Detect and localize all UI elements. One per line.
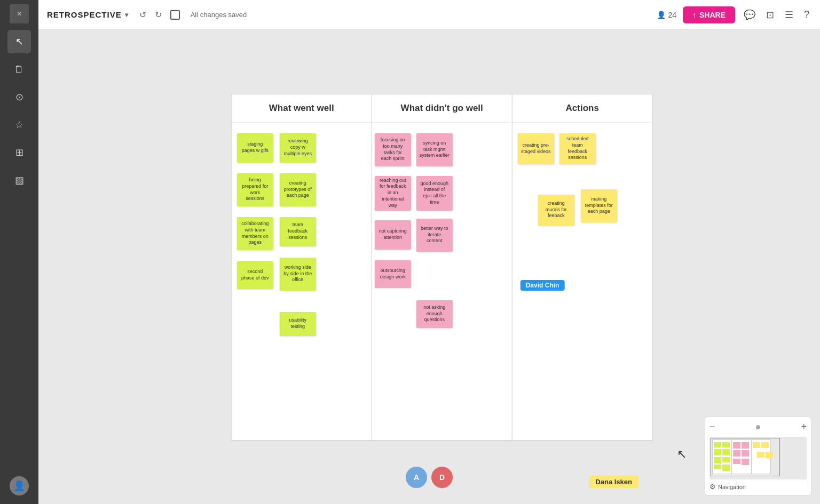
comment-icon: 💬 <box>744 10 755 20</box>
search-icon: ⊙ <box>15 91 23 103</box>
redo-button[interactable]: ↻ <box>153 7 164 22</box>
present-button[interactable]: ⊡ <box>764 7 776 23</box>
column-didnt-body: focusing on too many tasks for each spri… <box>372 123 512 440</box>
column-went-well-header: What went well <box>232 94 372 123</box>
frame-button[interactable] <box>168 8 182 22</box>
star-icon: ☆ <box>15 119 23 131</box>
list-button[interactable]: ☰ <box>783 7 795 23</box>
minimap-viewport <box>711 438 780 476</box>
note-templates[interactable]: making templates for each page <box>581 189 617 222</box>
column-didnt-go-well: What didn't go well focusing on too many… <box>372 94 512 440</box>
undo-button[interactable]: ↺ <box>137 7 148 22</box>
david-chin-cursor: David Chin <box>521 280 565 291</box>
mouse-cursor-area: ↖ <box>677 447 687 461</box>
note-syncing[interactable]: syncing on task mgmt system earlier <box>416 133 453 166</box>
cursor-icon: ↖ <box>15 36 23 47</box>
sidebar-item-grid[interactable]: ⊞ <box>7 141 31 164</box>
image-icon: ▨ <box>15 174 24 186</box>
plus-icon: + <box>801 421 807 432</box>
sticky-icon: 🗒 <box>14 64 24 75</box>
column-went-well-body: staging pages w gifs reviewing copy w mu… <box>232 123 372 440</box>
sidebar-bottom: 👤 <box>10 476 29 500</box>
note-murals[interactable]: creating murals for feeback <box>538 195 574 226</box>
collaborator-bar: A D <box>406 467 453 488</box>
share-icon: ↑ <box>692 11 696 19</box>
users-icon: 👤 <box>657 11 666 19</box>
redo-icon: ↻ <box>155 10 162 20</box>
note-good-enough[interactable]: good enough instead of epic all the time <box>416 176 453 211</box>
main-content: RETROSPECTIVE ▾ ↺ ↻ All changes saved 👤 … <box>38 0 820 504</box>
share-button[interactable]: ↑ SHARE <box>683 6 735 23</box>
note-reviewing[interactable]: reviewing copy w multiple eyes <box>280 133 316 163</box>
column-went-well: What went well staging pages w gifs revi… <box>232 94 372 440</box>
undo-icon: ↺ <box>139 10 146 20</box>
list-icon: ☰ <box>785 10 793 20</box>
app-logo[interactable] <box>10 4 29 23</box>
note-usability[interactable]: usability testing <box>280 312 316 336</box>
header-controls: ↺ ↻ <box>137 7 182 22</box>
note-collaborating[interactable]: collaborating with team members on pages <box>237 217 273 250</box>
help-button[interactable]: ? <box>802 7 811 22</box>
sidebar-item-search[interactable]: ⊙ <box>7 85 31 109</box>
grid-icon: ⊞ <box>15 147 23 158</box>
collab-avatar-1[interactable]: A <box>406 467 427 488</box>
gear-icon: ⚙ <box>709 483 716 491</box>
comment-button[interactable]: 💬 <box>742 7 758 23</box>
navigation-panel: − + <box>705 417 811 495</box>
title-text: RETROSPECTIVE <box>47 10 122 19</box>
minimap <box>709 437 807 479</box>
note-pre-staged[interactable]: creating pre-staged videos <box>518 133 554 164</box>
note-prepared[interactable]: being prepared for work sessions <box>237 173 273 206</box>
header: RETROSPECTIVE ▾ ↺ ↻ All changes saved 👤 … <box>38 0 820 30</box>
navigation-text: Navigation <box>718 484 746 490</box>
share-label: SHARE <box>699 11 726 19</box>
retrospective-board: What went well staging pages w gifs revi… <box>231 94 653 441</box>
present-icon: ⊡ <box>766 10 774 20</box>
sidebar: ↖ 🗒 ⊙ ☆ ⊞ ▨ 👤 <box>0 0 38 504</box>
sidebar-item-favorites[interactable]: ☆ <box>7 113 31 137</box>
column-didnt-header: What didn't go well <box>372 94 512 123</box>
header-right: 👤 24 ↑ SHARE 💬 ⊡ ☰ ? <box>657 6 811 23</box>
note-too-many-tasks[interactable]: focusing on too many tasks for each spri… <box>375 133 411 166</box>
note-not-asking[interactable]: not asking enough questions <box>416 300 453 328</box>
zoom-controls: − + <box>709 421 807 433</box>
sidebar-item-cursor[interactable]: ↖ <box>7 30 31 53</box>
note-feedback-sessions[interactable]: team feedback sessions <box>280 217 316 246</box>
note-outsourcing[interactable]: outsourcing design work <box>375 260 411 288</box>
frame-icon <box>170 10 180 20</box>
column-actions-body: creating pre-staged videos scheduled tea… <box>512 123 652 440</box>
note-reaching-out[interactable]: reaching out for feedback in an intentio… <box>375 176 411 211</box>
column-actions-header: Actions <box>512 94 652 123</box>
note-working-side[interactable]: working side by side in the office <box>280 258 316 291</box>
minus-icon: − <box>709 421 715 432</box>
note-staging[interactable]: staging pages w gifs <box>237 133 273 163</box>
sidebar-item-image[interactable]: ▨ <box>7 169 31 192</box>
save-status: All changes saved <box>191 11 247 19</box>
users-count: 👤 24 <box>657 11 676 19</box>
note-prototypes[interactable]: creating prototypes of each page <box>280 173 316 206</box>
column-actions: Actions creating pre-staged videos sched… <box>512 94 652 440</box>
collab-avatar-2[interactable]: D <box>431 467 453 488</box>
board-columns: What went well staging pages w gifs revi… <box>232 94 652 440</box>
user-avatar[interactable]: 👤 <box>10 476 29 495</box>
users-number: 24 <box>668 11 676 19</box>
board-title[interactable]: RETROSPECTIVE ▾ <box>47 10 129 19</box>
note-not-capturing[interactable]: not capturing attention <box>375 220 411 250</box>
sidebar-item-sticky[interactable]: 🗒 <box>7 58 31 81</box>
zoom-in-button[interactable]: + <box>801 421 807 433</box>
note-better-way[interactable]: better way to iterate content <box>416 219 453 252</box>
navigation-label[interactable]: ⚙ Navigation <box>709 483 807 491</box>
zoom-out-button[interactable]: − <box>709 421 715 433</box>
note-second-phase[interactable]: second phase of dev <box>237 261 273 289</box>
title-chevron: ▾ <box>125 11 129 19</box>
canvas[interactable]: What went well staging pages w gifs revi… <box>38 30 820 504</box>
note-scheduled[interactable]: scheduled team feedback sessions <box>559 133 596 164</box>
dana-isken-label: Dana Isken <box>589 476 638 488</box>
help-icon: ? <box>804 9 809 20</box>
zoom-indicator <box>756 425 760 429</box>
